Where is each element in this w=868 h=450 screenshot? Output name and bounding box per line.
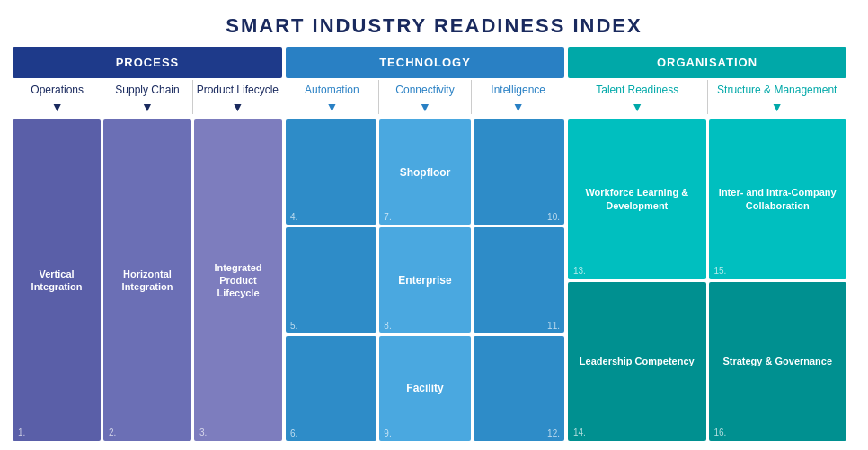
block-vertical-integration: VerticalIntegration 1. xyxy=(13,119,101,441)
block-facility-automation: 6. xyxy=(286,336,376,441)
sub-col-intelligence: Intelligence ▼ xyxy=(471,80,564,114)
block-integrated-product-lifecycle: IntegratedProductLifecycle 3. xyxy=(194,119,282,441)
header-organisation: ORGANISATION xyxy=(568,47,846,78)
sub-col-operations: Operations ▼ xyxy=(13,80,102,114)
block-shopfloor-automation: 4. xyxy=(286,119,376,225)
block-facility-intelligence: 12. xyxy=(474,336,564,441)
arrow-automation: ▼ xyxy=(325,100,338,114)
block-strategy-governance: Strategy & Governance 16. xyxy=(709,282,847,442)
sub-col-supply-chain: Supply Chain ▼ xyxy=(102,80,191,114)
sub-col-automation: Automation ▼ xyxy=(286,80,378,114)
block-facility-center: Facility 9. xyxy=(379,336,470,441)
content-row: VerticalIntegration 1. HorizontalIntegra… xyxy=(13,119,855,441)
block-enterprise-automation: 5. xyxy=(286,227,376,332)
sub-col-talent-readiness: Talent Readiness ▼ xyxy=(568,80,707,114)
block-leadership-competency: Leadership Competency 14. xyxy=(568,282,706,442)
tech-row-shopfloor: 4. Shopfloor 7. 10. xyxy=(286,119,564,225)
page-title: SMART INDUSTRY READINESS INDEX xyxy=(13,9,855,47)
process-sub-headers: Operations ▼ Supply Chain ▼ Product Life… xyxy=(13,80,282,114)
arrow-talent-readiness: ▼ xyxy=(631,100,643,114)
process-content: VerticalIntegration 1. HorizontalIntegra… xyxy=(13,119,282,441)
technology-sub-headers: Automation ▼ Connectivity ▼ Intelligence… xyxy=(286,80,564,114)
tech-row-facility: 6. Facility 9. 12. xyxy=(286,336,564,441)
org-talent-col: Workforce Learning & Development 13. Lea… xyxy=(568,119,706,441)
block-enterprise-center: Enterprise 8. xyxy=(379,227,470,332)
arrow-intelligence: ▼ xyxy=(512,100,525,114)
arrow-product-lifecycle: ▼ xyxy=(231,100,244,114)
arrow-supply-chain: ▼ xyxy=(141,100,154,114)
block-inter-intra-collaboration: Inter- and Intra-Company Collaboration 1… xyxy=(709,119,847,279)
block-workforce-learning: Workforce Learning & Development 13. xyxy=(568,119,706,279)
block-horizontal-integration: HorizontalIntegration 2. xyxy=(103,119,191,441)
sub-col-connectivity: Connectivity ▼ xyxy=(378,80,472,114)
block-shopfloor-center: Shopfloor 7. xyxy=(379,119,470,225)
sub-col-product-lifecycle: Product Lifecycle ▼ xyxy=(192,80,282,114)
arrow-operations: ▼ xyxy=(51,100,64,114)
organisation-content: Workforce Learning & Development 13. Lea… xyxy=(568,119,846,441)
header-process: PROCESS xyxy=(13,47,282,78)
block-shopfloor-intelligence: 10. xyxy=(474,119,564,225)
arrow-connectivity: ▼ xyxy=(419,100,431,114)
organisation-sub-headers: Talent Readiness ▼ Structure & Managemen… xyxy=(568,80,846,114)
technology-content: 4. Shopfloor 7. 10. 5. Enterprise 8. xyxy=(286,119,564,441)
block-enterprise-intelligence: 11. xyxy=(474,227,564,332)
arrow-structure-management: ▼ xyxy=(771,100,784,114)
header-technology: TECHNOLOGY xyxy=(286,47,564,78)
tech-row-enterprise: 5. Enterprise 8. 11. xyxy=(286,227,564,332)
sub-header-row: Operations ▼ Supply Chain ▼ Product Life… xyxy=(13,80,855,114)
sub-col-structure-management: Structure & Management ▼ xyxy=(707,80,847,114)
org-structure-col: Inter- and Intra-Company Collaboration 1… xyxy=(709,119,847,441)
header-row: PROCESS TECHNOLOGY ORGANISATION xyxy=(13,47,855,78)
